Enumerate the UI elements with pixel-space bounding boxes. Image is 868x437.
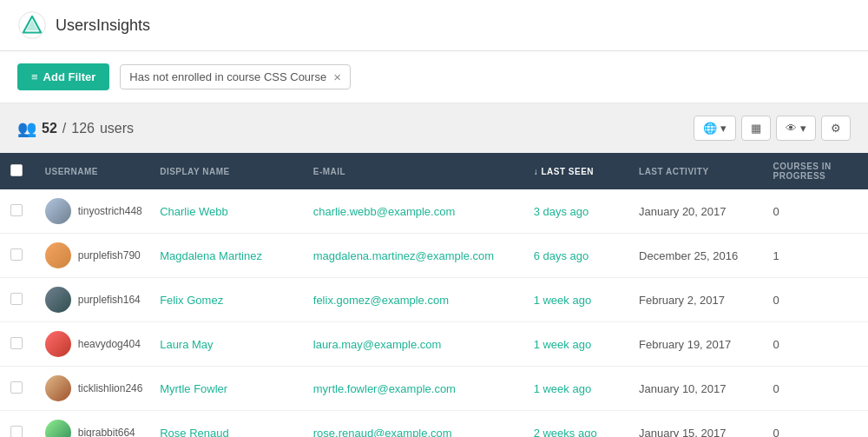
email-link[interactable]: magdalena.martinez@example.com bbox=[313, 249, 494, 262]
row-lastactivity-cell: February 19, 2017 bbox=[628, 322, 763, 367]
col-header-email[interactable]: E-MAIL bbox=[303, 153, 523, 189]
row-checkbox-cell bbox=[0, 278, 35, 322]
col-header-courses[interactable]: COURSES IN PROGRESS bbox=[763, 153, 868, 189]
courses-count: 0 bbox=[773, 205, 779, 218]
filter-tag-close-button[interactable]: × bbox=[333, 70, 341, 83]
table-row: purplefish790 Magdalena Martinez magdale… bbox=[0, 234, 868, 278]
row-email-cell: magdalena.martinez@example.com bbox=[303, 234, 523, 278]
last-seen-link[interactable]: 1 week ago bbox=[534, 382, 592, 395]
gear-icon: ⚙ bbox=[831, 122, 841, 135]
table-row: bigrabbit664 Rose Renaud rose.renaud@exa… bbox=[0, 411, 868, 438]
table-row: purplefish164 Felix Gomez felix.gomez@ex… bbox=[0, 278, 868, 322]
last-seen-link[interactable]: 1 week ago bbox=[534, 338, 592, 351]
add-filter-label: Add Filter bbox=[43, 70, 96, 83]
last-seen-link[interactable]: 3 days ago bbox=[534, 205, 589, 218]
last-activity-text: February 19, 2017 bbox=[639, 338, 731, 351]
email-link[interactable]: rose.renaud@example.com bbox=[313, 427, 452, 438]
email-link[interactable]: myrtle.fowler@example.com bbox=[313, 382, 456, 395]
stats-bar: 👥 52 / 126 users 🌐 ▾ ▦ 👁 ▾ ⚙ bbox=[0, 103, 868, 153]
filter-tag-text: Has not enrolled in course CSS Course bbox=[129, 70, 326, 83]
total-count: 126 bbox=[71, 121, 95, 136]
col-header-checkbox[interactable] bbox=[0, 153, 35, 189]
eye-icon: 👁 bbox=[786, 122, 797, 135]
display-name-link[interactable]: Felix Gomez bbox=[160, 294, 223, 307]
row-courses-cell: 0 bbox=[763, 189, 868, 234]
col-header-username[interactable]: USERNAME bbox=[35, 153, 149, 189]
display-name-link[interactable]: Rose Renaud bbox=[160, 427, 229, 438]
row-checkbox[interactable] bbox=[10, 381, 23, 394]
row-username-cell: heavydog404 bbox=[35, 322, 149, 367]
user-count: 👥 52 / 126 users bbox=[17, 119, 134, 138]
display-name-link[interactable]: Myrtle Fowler bbox=[160, 382, 227, 395]
user-cell: purplefish790 bbox=[45, 242, 139, 268]
row-email-cell: charlie.webb@example.com bbox=[303, 189, 523, 234]
filter-lines-icon: ≡ bbox=[31, 70, 38, 83]
row-checkbox[interactable] bbox=[10, 293, 23, 305]
email-link[interactable]: felix.gomez@example.com bbox=[313, 294, 449, 307]
row-username-cell: ticklishlion246 bbox=[35, 367, 149, 411]
row-checkbox[interactable] bbox=[10, 426, 23, 438]
user-cell: ticklishlion246 bbox=[45, 375, 139, 401]
row-checkbox[interactable] bbox=[10, 248, 23, 261]
table-row: heavydog404 Laura May laura.may@example.… bbox=[0, 322, 868, 367]
users-table: USERNAME DISPLAY NAME E-MAIL ↓ LAST SEEN… bbox=[0, 153, 868, 437]
header-checkbox[interactable] bbox=[10, 164, 23, 176]
globe-dropdown-arrow: ▾ bbox=[720, 122, 727, 135]
globe-icon: 🌐 bbox=[703, 122, 717, 135]
users-icon: 👥 bbox=[17, 119, 36, 138]
row-courses-cell: 0 bbox=[763, 367, 868, 411]
row-checkbox[interactable] bbox=[10, 337, 23, 349]
row-checkbox-cell bbox=[0, 322, 35, 367]
row-courses-cell: 0 bbox=[763, 278, 868, 322]
courses-count: 0 bbox=[773, 382, 779, 395]
row-lastactivity-cell: January 15, 2017 bbox=[628, 411, 763, 438]
courses-count: 1 bbox=[773, 249, 779, 262]
add-filter-button[interactable]: ≡ Add Filter bbox=[17, 63, 109, 90]
table-header-row: USERNAME DISPLAY NAME E-MAIL ↓ LAST SEEN… bbox=[0, 153, 868, 189]
grid-icon: ▦ bbox=[751, 122, 761, 135]
globe-button[interactable]: 🌐 ▾ bbox=[694, 116, 736, 141]
display-name-link[interactable]: Charlie Webb bbox=[160, 205, 228, 218]
display-name-link[interactable]: Magdalena Martinez bbox=[160, 249, 262, 262]
row-checkbox-cell bbox=[0, 189, 35, 234]
last-seen-link[interactable]: 6 days ago bbox=[534, 249, 589, 262]
table-row: ticklishlion246 Myrtle Fowler myrtle.fow… bbox=[0, 367, 868, 411]
email-link[interactable]: laura.may@example.com bbox=[313, 338, 442, 351]
eye-dropdown-arrow: ▾ bbox=[800, 122, 806, 135]
last-seen-link[interactable]: 1 week ago bbox=[534, 294, 592, 307]
col-header-lastseen[interactable]: ↓ LAST SEEN bbox=[523, 153, 628, 189]
row-displayname-cell: Felix Gomez bbox=[149, 278, 303, 322]
user-cell: purplefish164 bbox=[45, 287, 139, 313]
users-label: users bbox=[100, 121, 134, 136]
row-checkbox-cell bbox=[0, 411, 35, 438]
user-cell: bigrabbit664 bbox=[45, 420, 139, 437]
row-lastseen-cell: 2 weeks ago bbox=[523, 411, 628, 438]
avatar bbox=[45, 375, 71, 401]
header: UsersInsights bbox=[0, 0, 868, 51]
display-name-link[interactable]: Laura May bbox=[160, 338, 213, 351]
row-lastseen-cell: 1 week ago bbox=[523, 322, 628, 367]
avatar bbox=[45, 420, 71, 437]
row-displayname-cell: Charlie Webb bbox=[149, 189, 303, 234]
col-header-displayname[interactable]: DISPLAY NAME bbox=[149, 153, 303, 189]
row-lastseen-cell: 1 week ago bbox=[523, 278, 628, 322]
row-displayname-cell: Laura May bbox=[149, 322, 303, 367]
settings-button[interactable]: ⚙ bbox=[821, 116, 851, 141]
row-username-cell: tinyostrich448 bbox=[35, 189, 149, 234]
courses-count: 0 bbox=[773, 294, 779, 307]
grid-button[interactable]: ▦ bbox=[741, 116, 771, 141]
row-email-cell: myrtle.fowler@example.com bbox=[303, 367, 523, 411]
row-checkbox-cell bbox=[0, 234, 35, 278]
courses-count: 0 bbox=[773, 427, 779, 438]
row-displayname-cell: Myrtle Fowler bbox=[149, 367, 303, 411]
eye-button[interactable]: 👁 ▾ bbox=[776, 116, 816, 141]
last-seen-link[interactable]: 2 weeks ago bbox=[534, 427, 597, 438]
logo-icon bbox=[17, 10, 47, 40]
email-link[interactable]: charlie.webb@example.com bbox=[313, 205, 456, 218]
row-checkbox[interactable] bbox=[10, 204, 23, 216]
username-text: purplefish164 bbox=[78, 294, 141, 306]
app-container: UsersInsights ≡ Add Filter Has not enrol… bbox=[0, 0, 868, 437]
col-header-lastactivity[interactable]: LAST ACTIVITY bbox=[628, 153, 763, 189]
row-courses-cell: 0 bbox=[763, 322, 868, 367]
row-lastseen-cell: 3 days ago bbox=[523, 189, 628, 234]
